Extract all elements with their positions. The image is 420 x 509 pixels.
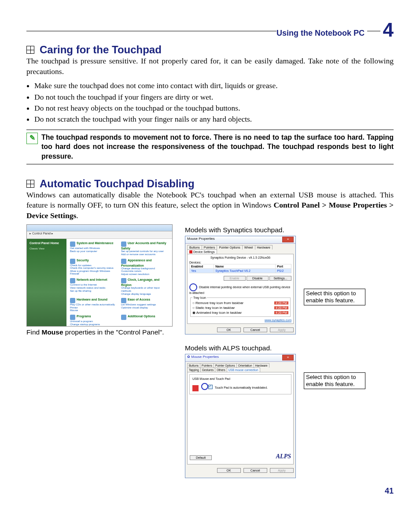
tab[interactable]: Pointer Options <box>214 363 237 368</box>
tray-option[interactable]: ○ Static tray icon in taskbar <box>192 306 235 310</box>
bullet: Do not rest heavy objects on the touchpa… <box>34 103 394 114</box>
checkbox-icon[interactable] <box>208 385 213 389</box>
note-text: The touchpad responds to movement not to… <box>41 134 394 160</box>
time-badge: 4:20 PM <box>274 301 288 305</box>
version-label: Synaptics Pointing Device - v9.1.5 22Nov… <box>189 256 291 259</box>
tray-option[interactable]: ◉ Animated tray icon in taskbar <box>192 311 242 315</box>
time-badge: 4:20 PM <box>274 306 288 309</box>
usb-group: USB Mouse and Touch Pad Touch Pad is aut… <box>189 374 291 394</box>
tab[interactable]: Hardware <box>254 363 269 368</box>
bullet: Make sure the touchpad does not come int… <box>34 80 394 91</box>
cp-category[interactable]: Appearance and PersonalizationChange des… <box>121 259 169 276</box>
sidebar-link: Classic View <box>29 247 64 250</box>
cp-category[interactable]: SecurityCheck for updatesCheck this comp… <box>70 259 118 276</box>
note-icon: ✎ <box>26 133 38 144</box>
tab-device-settings[interactable]: Device Settings <box>187 249 217 254</box>
section-icon <box>26 180 34 188</box>
tab[interactable]: Others <box>215 368 227 372</box>
default-button[interactable]: Default <box>190 455 212 460</box>
category-icon <box>70 259 75 264</box>
close-icon[interactable]: × <box>282 237 294 242</box>
page-number: 41 <box>385 487 394 496</box>
tab-usb-mouse-connection[interactable]: USB mouse connection <box>227 368 260 372</box>
category-icon <box>121 278 126 283</box>
tab[interactable]: Buttons <box>187 245 202 249</box>
cp-category[interactable]: Ease of AccessLet Windows suggest settin… <box>121 298 169 312</box>
heading-disabling: Automatic Touchpad Disabling <box>40 178 195 189</box>
tab[interactable]: Pointers <box>200 363 214 368</box>
enable-button[interactable]: Enable <box>224 276 246 281</box>
synaptics-dialog: Mouse Properties × ButtonsPointersPointe… <box>185 236 296 334</box>
category-icon <box>70 278 75 283</box>
cancel-button[interactable]: Cancel <box>243 327 267 332</box>
section-icon <box>26 46 34 54</box>
breadcrumb: ▸ Control Panel ▸ <box>27 231 172 239</box>
control-panel-screenshot: ▸ Control Panel ▸ Control Panel Home Cla… <box>26 224 173 327</box>
tab[interactable]: Gestures <box>200 368 215 372</box>
caring-intro: The touchpad is pressure sensitive. If n… <box>26 56 394 77</box>
highlight-circle-icon <box>189 283 197 291</box>
sidebar-title: Control Panel Home <box>29 241 64 245</box>
category-icon <box>121 259 126 264</box>
apply-button[interactable]: Apply <box>270 327 294 332</box>
tray-option[interactable]: ○ Remove tray icon from taskbar <box>192 301 243 305</box>
tab[interactable]: Buttons <box>187 363 200 368</box>
caring-bullets: Make sure the touchpad does not come int… <box>34 80 394 125</box>
category-icon <box>70 298 75 303</box>
tab[interactable]: Orientation <box>236 363 254 368</box>
cp-caption: Find Mouse properties in the "Control Pa… <box>26 328 176 336</box>
category-icon <box>121 315 126 320</box>
tray-legend: Tray Icon <box>192 296 207 299</box>
apply-button[interactable]: Apply <box>270 468 294 473</box>
tab[interactable]: Pointer Options <box>217 245 242 249</box>
note-box: ✎ The touchpad responds to movement not … <box>26 130 394 164</box>
category-icon <box>70 241 75 247</box>
cp-category[interactable]: Network and InternetConnect to the Inter… <box>70 278 118 295</box>
mouse-icon <box>192 385 199 391</box>
ok-button[interactable]: OK <box>217 468 241 473</box>
dialog-title: Mouse Properties <box>187 237 215 241</box>
cp-category[interactable]: Clock, Language, and RegionChange keyboa… <box>121 278 169 295</box>
bullet: Do not scratch the touchpad with your fi… <box>34 114 394 125</box>
checkbox-label: Touch Pad is automatically invalidated. <box>215 386 268 389</box>
group-label: USB Mouse and Touch Pad <box>192 377 288 380</box>
callout-alps: Select this option to enable this featur… <box>304 372 365 389</box>
chapter-number: 4 <box>380 19 394 41</box>
cp-category[interactable]: Hardware and SoundPlay CDs or other medi… <box>70 298 118 312</box>
disabling-intro: Windows can automatically disable the No… <box>26 190 394 221</box>
devices-label: Devices: <box>189 261 291 264</box>
category-icon <box>121 298 126 303</box>
header-section: Using the Notebook PC <box>276 29 367 38</box>
highlight-circle-icon <box>201 383 208 390</box>
cp-category[interactable]: System and MaintenanceGet started with W… <box>70 241 118 256</box>
close-icon[interactable]: × <box>282 355 294 360</box>
tab[interactable]: Wheel <box>242 245 255 249</box>
disable-button[interactable]: Disable <box>247 276 269 281</box>
alps-brand: ALPS <box>276 453 291 460</box>
ok-button[interactable]: OK <box>217 327 241 332</box>
tab[interactable]: Hardware <box>255 245 273 249</box>
alps-dialog: ✿ Mouse Properties × ButtonsPointersPoin… <box>185 354 296 478</box>
synaptics-header: Models with Synaptics touchpad. <box>185 226 394 234</box>
disable-checkbox[interactable]: Disable internal pointing device when ex… <box>189 283 291 294</box>
category-icon <box>70 315 75 320</box>
bullet: Do not touch the touchpad if your finger… <box>34 92 394 103</box>
cancel-button[interactable]: Cancel <box>243 468 267 473</box>
tab[interactable]: Tapping <box>187 368 201 372</box>
tab[interactable]: Pointers <box>202 245 217 249</box>
synaptics-link[interactable]: www.synaptics.com <box>189 319 291 322</box>
alps-header: Models with ALPS touchpad. <box>185 344 394 352</box>
heading-caring: Caring for the Touchpad <box>40 44 162 56</box>
cp-category[interactable]: Additional Options <box>121 315 169 326</box>
devices-table: EnabledNamePort YesSynaptics TouchPad V6… <box>189 264 291 273</box>
dialog-title: ✿ Mouse Properties <box>187 355 219 359</box>
cp-category[interactable]: ProgramsUninstall a programChange startu… <box>70 315 118 326</box>
tab-bar: ButtonsPointersPointer OptionsWheelHardw… <box>185 244 295 254</box>
category-icon <box>121 241 126 247</box>
cp-category[interactable]: User Accounts and Family SafetySet up pa… <box>121 241 169 256</box>
callout-synaptics: Select this option to enable this featur… <box>304 289 365 305</box>
time-badge: 4:20 PM <box>274 311 288 314</box>
settings-button[interactable]: Settings... <box>269 276 291 281</box>
